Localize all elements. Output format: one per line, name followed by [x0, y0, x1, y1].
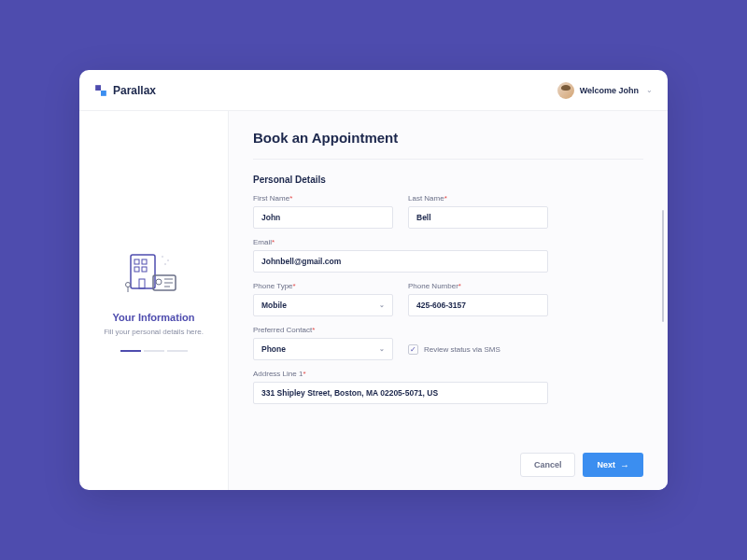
phone-type-label: Phone Type*: [253, 282, 393, 290]
logo[interactable]: Parallax: [94, 84, 156, 97]
first-name-label: First Name*: [253, 194, 393, 203]
phone-number-input[interactable]: 425-606-3157: [408, 294, 548, 316]
svg-point-14: [162, 256, 163, 258]
section-title: Personal Details: [253, 175, 643, 185]
svg-rect-1: [101, 91, 106, 96]
svg-point-13: [125, 282, 130, 287]
address1-input[interactable]: 331 Shipley Street, Boston, MA 02205-507…: [253, 382, 548, 404]
phone-type-select[interactable]: Mobile ⌄: [253, 294, 393, 316]
last-name-label: Last Name*: [408, 194, 548, 203]
preferred-contact-field-group: Preferred Contact* Phone ⌄: [253, 326, 393, 360]
email-label: Email*: [253, 238, 548, 246]
scrollbar[interactable]: [662, 210, 664, 322]
next-button[interactable]: Next →: [583, 453, 643, 477]
svg-point-15: [167, 259, 169, 261]
address1-field-group: Address Line 1* 331 Shipley Street, Bost…: [253, 370, 548, 404]
phone-number-label: Phone Number*: [408, 282, 548, 290]
avatar: [557, 82, 574, 99]
sms-checkbox-wrap[interactable]: ✓ Review status via SMS: [408, 338, 500, 360]
main-content: Book an Appointment Personal Details Fir…: [229, 111, 668, 490]
footer-actions: Cancel Next →: [253, 443, 643, 477]
progress-step-2: [144, 350, 164, 352]
body: Your Information Fill your personal deta…: [79, 111, 668, 490]
chevron-down-icon: ⌄: [646, 86, 653, 94]
progress-indicator: [120, 350, 188, 352]
sidebar: Your Information Fill your personal deta…: [79, 111, 229, 490]
phone-type-field-group: Phone Type* Mobile ⌄: [253, 282, 393, 316]
brand-name: Parallax: [113, 84, 156, 97]
page-title: Book an Appointment: [253, 130, 643, 160]
svg-point-9: [156, 279, 162, 285]
first-name-field-group: First Name* John: [253, 194, 393, 229]
sms-checkbox[interactable]: ✓: [408, 344, 418, 355]
sms-checkbox-label: Review status via SMS: [424, 345, 500, 354]
svg-rect-7: [139, 279, 145, 288]
app-window: Parallax Welcome John ⌄: [79, 70, 668, 490]
email-input[interactable]: Johnbell@gmail.com: [253, 250, 548, 273]
last-name-field-group: Last Name* Bell: [408, 194, 548, 229]
arrow-right-icon: →: [620, 460, 629, 470]
progress-step-1: [120, 350, 141, 352]
svg-rect-4: [142, 259, 147, 264]
phone-number-field-group: Phone Number* 425-606-3157: [408, 282, 548, 316]
svg-point-16: [164, 263, 166, 265]
logo-icon: [94, 84, 107, 97]
preferred-contact-label: Preferred Contact*: [253, 326, 393, 334]
email-field-group: Email* Johnbell@gmail.com: [253, 238, 548, 273]
sidebar-subtitle: Fill your personal details here.: [104, 327, 204, 337]
last-name-input[interactable]: Bell: [408, 206, 548, 229]
sidebar-title: Your Information: [113, 312, 195, 323]
progress-step-3: [167, 350, 188, 352]
cancel-button[interactable]: Cancel: [520, 453, 576, 477]
svg-rect-6: [142, 267, 147, 272]
header: Parallax Welcome John ⌄: [79, 70, 668, 111]
svg-rect-0: [95, 85, 101, 91]
address1-label: Address Line 1*: [253, 370, 548, 378]
chevron-down-icon: ⌄: [379, 301, 385, 309]
svg-rect-3: [134, 259, 139, 264]
preferred-contact-select[interactable]: Phone ⌄: [253, 338, 393, 360]
first-name-input[interactable]: John: [253, 206, 393, 229]
welcome-text: Welcome John: [580, 86, 639, 95]
user-menu[interactable]: Welcome John ⌄: [557, 82, 653, 99]
svg-rect-5: [134, 267, 139, 272]
your-info-illustration: [121, 249, 187, 301]
chevron-down-icon: ⌄: [379, 345, 385, 353]
